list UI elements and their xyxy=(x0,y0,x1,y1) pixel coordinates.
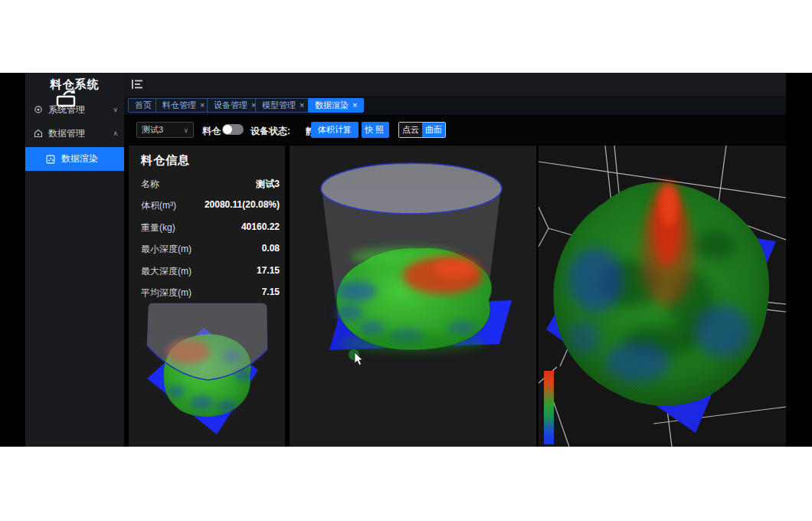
material-pile xyxy=(553,182,769,406)
chevron-up-icon: ∧ xyxy=(113,129,118,137)
tab-home[interactable]: 首页 xyxy=(128,98,159,113)
silo-top-3d-view[interactable] xyxy=(539,146,786,447)
info-panel-title: 料仓信息 xyxy=(141,153,190,168)
info-value: 7.15 xyxy=(262,287,280,297)
info-row: 名称 测试3 xyxy=(129,178,285,192)
tab-label: 数据渲染 xyxy=(315,100,349,111)
silo-info-panel: 料仓信息 名称 测试3 体积(m³) 20080.11(20.08%) 重量(k… xyxy=(129,146,285,447)
volume-calc-button[interactable]: 体积计算 xyxy=(311,122,359,138)
tab-label: 料仓管理 xyxy=(162,100,196,111)
app-window: 料仓系统 系统管理 ∨ 数据管理 xyxy=(0,73,812,447)
info-label: 最小深度(m) xyxy=(141,243,192,256)
silo-main-view-panel xyxy=(290,146,536,447)
toolbar: 测试3 ∨ 料仓 设备状态: 静止 体积计算 快照 点云 曲面 xyxy=(124,116,786,144)
info-label: 重量(kg) xyxy=(141,221,175,234)
snapshot-button[interactable]: 快照 xyxy=(362,122,389,138)
header-bar xyxy=(124,73,786,96)
surface-button[interactable]: 曲面 xyxy=(422,123,445,137)
tab-label: 设备管理 xyxy=(214,100,247,111)
close-tab-icon[interactable]: × xyxy=(352,101,357,110)
sidebar-active-label: 数据渲染 xyxy=(61,152,98,165)
toggle-knob xyxy=(223,125,232,134)
info-row: 最小深度(m) 0.08 xyxy=(129,243,285,257)
info-row: 重量(kg) 40160.22 xyxy=(129,221,285,235)
tab-label: 首页 xyxy=(135,100,152,111)
silo-toggle[interactable] xyxy=(222,124,244,135)
silo-select-value: 测试3 xyxy=(142,124,163,136)
info-value: 测试3 xyxy=(256,178,280,191)
tab-bar: 首页 料仓管理 × 设备管理 × 模型管理 × 数据渲染 × xyxy=(124,96,786,115)
info-label: 体积(m³) xyxy=(141,199,176,212)
tab-label: 模型管理 xyxy=(262,100,296,111)
depth-color-legend xyxy=(544,371,554,444)
info-label: 平均深度(m) xyxy=(141,287,192,300)
silo-main-3d-view[interactable] xyxy=(290,146,536,447)
close-tab-icon[interactable]: × xyxy=(300,101,304,110)
tab-silo-manage[interactable]: 料仓管理 × xyxy=(156,98,211,113)
gear-icon xyxy=(34,105,43,114)
info-label: 最大深度(m) xyxy=(141,265,192,278)
menu-fold-icon[interactable] xyxy=(132,80,142,89)
close-tab-icon[interactable]: × xyxy=(200,101,205,110)
info-row: 最大深度(m) 17.15 xyxy=(129,265,285,279)
info-value: 0.08 xyxy=(262,243,280,254)
sidebar-item-data-manage[interactable]: 数据管理 ∧ xyxy=(25,125,124,142)
info-value: 40160.22 xyxy=(241,221,280,232)
data-manage-icon xyxy=(34,129,43,138)
device-status-label: 设备状态: xyxy=(250,125,290,138)
silo-toggle-label: 料仓 xyxy=(202,125,221,138)
chevron-down-icon: ∨ xyxy=(113,106,118,113)
silo-side-mini-view[interactable] xyxy=(129,301,285,447)
info-row: 平均深度(m) 7.15 xyxy=(129,287,285,300)
pointcloud-button[interactable]: 点云 xyxy=(399,123,422,137)
select-chevron-icon: ∨ xyxy=(183,126,188,134)
render-chart-icon xyxy=(46,155,55,164)
silo-top-rim xyxy=(321,163,502,214)
info-row: 体积(m³) 20080.11(20.08%) xyxy=(129,199,285,213)
tab-model-manage[interactable]: 模型管理 × xyxy=(255,98,311,113)
silo-select[interactable]: 测试3 ∨ xyxy=(136,122,194,138)
render-mode-segment: 点云 曲面 xyxy=(398,122,446,138)
page: 料仓系统 系统管理 ∨ 数据管理 xyxy=(0,0,812,521)
sidebar-item-data-render-active[interactable]: 数据渲染 xyxy=(25,147,124,171)
silo-top-view-panel xyxy=(539,146,786,447)
info-label: 名称 xyxy=(141,178,159,191)
sidebar-item-label: 数据管理 xyxy=(48,127,85,140)
info-value: 20080.11(20.08%) xyxy=(205,199,280,210)
info-value: 17.15 xyxy=(257,265,280,276)
sidebar: 料仓系统 系统管理 ∨ 数据管理 xyxy=(25,73,124,447)
tab-data-render[interactable]: 数据渲染 × xyxy=(308,98,364,113)
rotate-cursor-artifact xyxy=(54,88,80,108)
